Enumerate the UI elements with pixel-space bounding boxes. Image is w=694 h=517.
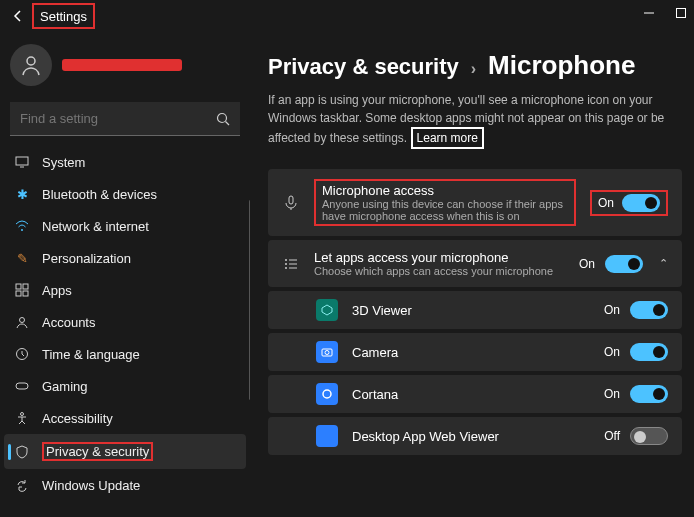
mic-access-highlight: Microphone access Anyone using this devi… (314, 179, 576, 226)
svg-rect-9 (23, 284, 28, 289)
sidebar-item-label: Accessibility (42, 411, 113, 426)
svg-point-7 (21, 229, 23, 231)
active-marker (8, 444, 11, 460)
sidebar-item-apps[interactable]: Apps (4, 274, 246, 306)
svg-rect-1 (677, 9, 686, 18)
row-title: Microphone access (322, 183, 568, 198)
gaming-icon (14, 378, 30, 394)
learn-more-link[interactable]: Learn more (411, 127, 484, 149)
nav-list: System ✱ Bluetooth & devices Network & i… (4, 146, 246, 501)
sidebar-item-label: Windows Update (42, 478, 140, 493)
svg-rect-16 (289, 196, 293, 204)
app-name: Desktop App Web Viewer (352, 429, 590, 444)
breadcrumb: Privacy & security › Microphone (268, 50, 682, 81)
sidebar-item-label: Personalization (42, 251, 131, 266)
sidebar-scrollbar[interactable] (249, 200, 250, 400)
accessibility-icon (14, 410, 30, 426)
window-title-highlight: Settings (32, 3, 95, 29)
sidebar-item-accounts[interactable]: Accounts (4, 306, 246, 338)
search-icon (216, 112, 230, 126)
app-row-3dviewer[interactable]: 3D Viewer On (268, 291, 682, 329)
toggle-state-label: On (604, 303, 620, 317)
microphone-icon (282, 194, 300, 212)
app-icon (316, 299, 338, 321)
app-icon (316, 425, 338, 447)
list-icon (282, 255, 300, 273)
sidebar-item-privacy[interactable]: Privacy & security (4, 434, 246, 469)
row-subtitle: Choose which apps can access your microp… (314, 265, 565, 277)
app-toggle[interactable] (630, 385, 668, 403)
sidebar-item-label: Time & language (42, 347, 140, 362)
svg-point-15 (21, 413, 24, 416)
search-input[interactable] (20, 111, 199, 126)
sidebar-item-personalization[interactable]: ✎ Personalization (4, 242, 246, 274)
chevron-right-icon: › (471, 60, 476, 78)
svg-point-24 (325, 351, 329, 355)
app-toggle[interactable] (630, 343, 668, 361)
let-apps-toggle[interactable] (605, 255, 643, 273)
brush-icon: ✎ (14, 250, 30, 266)
app-row-camera[interactable]: Camera On (268, 333, 682, 371)
row-microphone-access[interactable]: Microphone access Anyone using this devi… (268, 169, 682, 236)
window-title: Settings (40, 9, 87, 24)
search-box[interactable] (10, 102, 240, 136)
row-subtitle: Anyone using this device can choose if t… (322, 198, 568, 222)
svg-point-17 (285, 259, 287, 261)
clock-icon (14, 346, 30, 362)
system-icon (14, 154, 30, 170)
sidebar-item-label: Gaming (42, 379, 88, 394)
chevron-up-icon[interactable]: ⌃ (659, 257, 668, 270)
sidebar-item-gaming[interactable]: Gaming (4, 370, 246, 402)
minimize-button[interactable] (642, 6, 656, 20)
sidebar-item-update[interactable]: Windows Update (4, 469, 246, 501)
svg-line-4 (226, 121, 230, 125)
sidebar-item-label: Network & internet (42, 219, 149, 234)
svg-point-25 (323, 390, 331, 398)
toggle-state-label: Off (604, 429, 620, 443)
svg-point-12 (20, 318, 25, 323)
app-toggle[interactable] (630, 301, 668, 319)
sidebar-item-label: Privacy & security (46, 444, 149, 459)
profile-section[interactable] (4, 38, 246, 96)
breadcrumb-root[interactable]: Privacy & security (268, 54, 459, 80)
svg-point-3 (218, 113, 227, 122)
toggle-state-label: On (604, 387, 620, 401)
mic-access-toggle-highlight: On (590, 190, 668, 216)
sidebar-item-bluetooth[interactable]: ✱ Bluetooth & devices (4, 178, 246, 210)
app-toggle[interactable] (630, 427, 668, 445)
toggle-state-label: On (579, 257, 595, 271)
shield-icon (14, 444, 30, 460)
row-title: Let apps access your microphone (314, 250, 565, 265)
svg-rect-14 (16, 383, 28, 389)
sidebar-item-network[interactable]: Network & internet (4, 210, 246, 242)
sidebar-item-system[interactable]: System (4, 146, 246, 178)
maximize-button[interactable] (674, 6, 688, 20)
app-row-cortana[interactable]: Cortana On (268, 375, 682, 413)
avatar (10, 44, 52, 86)
app-name: 3D Viewer (352, 303, 590, 318)
mic-access-toggle[interactable] (622, 194, 660, 212)
sidebar-item-label: System (42, 155, 85, 170)
sidebar-item-accessibility[interactable]: Accessibility (4, 402, 246, 434)
back-button[interactable] (8, 6, 28, 26)
app-row-desktop-web-viewer[interactable]: Desktop App Web Viewer Off (268, 417, 682, 455)
apps-icon (14, 282, 30, 298)
svg-rect-11 (23, 291, 28, 296)
app-icon (316, 341, 338, 363)
sidebar-item-label: Bluetooth & devices (42, 187, 157, 202)
toggle-state-label: On (598, 196, 614, 210)
update-icon (14, 477, 30, 493)
toggle-state-label: On (604, 345, 620, 359)
app-name: Cortana (352, 387, 590, 402)
sidebar-item-time[interactable]: Time & language (4, 338, 246, 370)
bluetooth-icon: ✱ (14, 186, 30, 202)
app-name: Camera (352, 345, 590, 360)
sidebar-item-label: Apps (42, 283, 72, 298)
person-icon (14, 314, 30, 330)
svg-rect-10 (16, 291, 21, 296)
wifi-icon (14, 218, 30, 234)
sidebar-item-label-highlight: Privacy & security (42, 442, 153, 461)
svg-point-19 (285, 263, 287, 265)
row-let-apps[interactable]: Let apps access your microphone Choose w… (268, 240, 682, 287)
page-description: If an app is using your microphone, you'… (268, 91, 682, 149)
